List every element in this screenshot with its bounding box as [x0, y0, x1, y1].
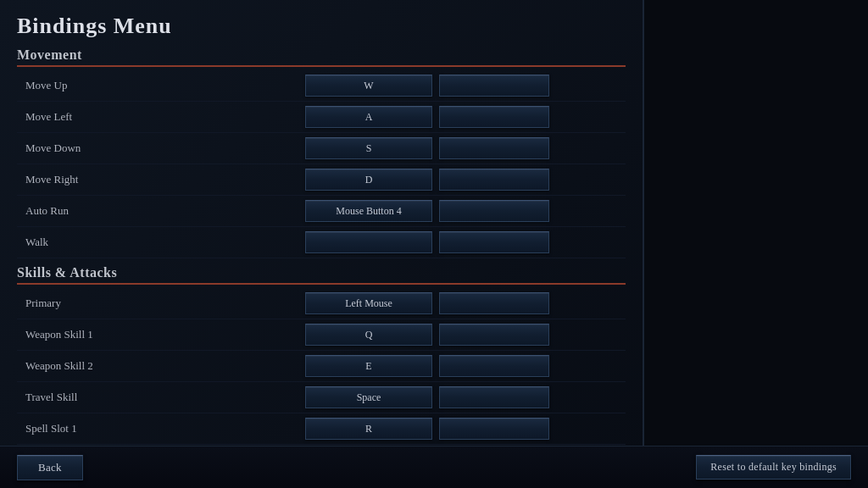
primary-key-btn-1-4[interactable]: R: [305, 418, 432, 440]
bottom-bar: Back Reset to default key bindings: [0, 446, 868, 488]
binding-row: Move LeftA: [17, 102, 626, 133]
primary-key-btn-0-2[interactable]: S: [305, 137, 432, 159]
primary-key-btn-0-3[interactable]: D: [305, 169, 432, 191]
action-label: Move Up: [25, 79, 305, 92]
action-label: Weapon Skill 1: [25, 328, 305, 341]
primary-key-btn-0-4[interactable]: Mouse Button 4: [305, 200, 432, 222]
binding-row: Move UpW: [17, 70, 626, 102]
main-container: Bindings Menu MovementMove UpWMove LeftA…: [0, 0, 868, 488]
action-label: Weapon Skill 2: [25, 359, 305, 373]
binding-row: Auto RunMouse Button 4: [17, 196, 626, 227]
primary-key-btn-1-2[interactable]: E: [305, 355, 432, 377]
alt-key-btn-0-1[interactable]: [439, 106, 549, 128]
page-title: Bindings Menu: [17, 14, 626, 39]
binding-row: PrimaryLeft Mouse: [17, 288, 626, 319]
alt-key-btn-0-2[interactable]: [439, 137, 549, 159]
alt-key-btn-1-0[interactable]: [439, 292, 549, 314]
alt-key-btn-0-0[interactable]: [439, 75, 549, 97]
action-label: Move Down: [25, 141, 305, 155]
sections-container: MovementMove UpWMove LeftAMove DownSMove…: [17, 47, 626, 445]
alt-key-btn-0-5[interactable]: [439, 231, 549, 253]
alt-key-btn-1-1[interactable]: [439, 324, 549, 346]
action-label: Walk: [25, 236, 305, 249]
alt-key-btn-0-3[interactable]: [439, 169, 549, 191]
alt-key-btn-0-4[interactable]: [439, 200, 549, 222]
primary-key-btn-0-1[interactable]: A: [305, 106, 432, 128]
primary-key-btn-0-0[interactable]: W: [305, 75, 432, 97]
reset-button[interactable]: Reset to default key bindings: [696, 455, 851, 480]
primary-key-btn-0-5[interactable]: [305, 231, 432, 253]
section-header-skills-attacks: Skills & Attacks: [17, 265, 626, 285]
action-label: Spell Slot 1: [25, 422, 305, 435]
back-button[interactable]: Back: [17, 455, 83, 480]
primary-key-btn-1-3[interactable]: Space: [305, 386, 432, 408]
primary-key-btn-1-0[interactable]: Left Mouse: [305, 292, 432, 314]
action-label: Auto Run: [25, 204, 305, 218]
alt-key-btn-1-3[interactable]: [439, 386, 549, 408]
action-label: Move Right: [25, 173, 305, 186]
binding-row: Move DownS: [17, 133, 626, 164]
alt-key-btn-1-4[interactable]: [439, 418, 549, 440]
right-panel: [644, 0, 868, 488]
left-panel: Bindings Menu MovementMove UpWMove LeftA…: [0, 0, 644, 488]
binding-row: Weapon Skill 1Q: [17, 319, 626, 351]
section-header-movement: Movement: [17, 47, 626, 67]
binding-row: Travel SkillSpace: [17, 382, 626, 413]
binding-row: Move RightD: [17, 164, 626, 196]
primary-key-btn-1-1[interactable]: Q: [305, 324, 432, 346]
action-label: Move Left: [25, 110, 305, 124]
action-label: Primary: [25, 297, 305, 310]
binding-row: Walk: [17, 227, 626, 258]
action-label: Travel Skill: [25, 391, 305, 404]
alt-key-btn-1-2[interactable]: [439, 355, 549, 377]
binding-row: Weapon Skill 2E: [17, 351, 626, 382]
binding-row: Spell Slot 1R: [17, 413, 626, 445]
